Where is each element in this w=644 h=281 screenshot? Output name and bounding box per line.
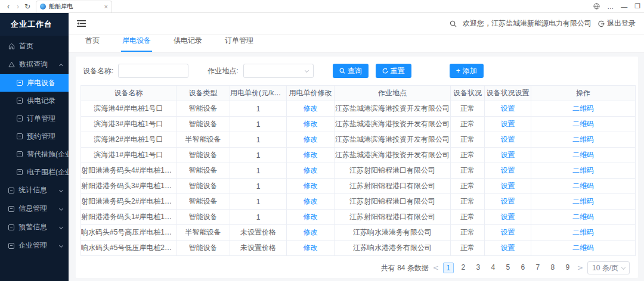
welcome-text: 欢迎您，江苏盐城港新能源电力有限公司 [463,18,592,29]
qr-code-link[interactable]: 二维码 [572,151,594,159]
enterprise-icon [8,243,14,249]
reset-button[interactable]: 重置 [376,64,411,78]
status-setting-link[interactable]: 设置 [501,151,515,159]
cell-device-name: 射阳港港务码头3#岸电桩1号口 [81,179,177,194]
sidebar-group-information[interactable]: 信息管理 [0,199,69,218]
reset-button-label: 重置 [391,66,405,76]
modify-price-link[interactable]: 修改 [304,104,318,113]
modify-price-link[interactable]: 修改 [304,135,318,143]
pagination-page-7[interactable]: 7 [532,263,543,273]
pagination-page-3[interactable]: 3 [473,263,484,273]
sidebar-item-order-management[interactable]: 订单管理 [0,110,69,127]
status-setting-link[interactable]: 设置 [501,228,515,236]
pagination-page-8[interactable]: 8 [547,263,558,273]
qr-code-link[interactable]: 二维码 [572,243,594,252]
sidebar-group-label: 统计信息 [18,185,47,195]
cell-status: 正常 [451,163,485,179]
logout-button[interactable]: 退出登录 [597,18,636,29]
sidebar-group-data-query[interactable]: 数据查询 [0,55,69,74]
col-price-modify: 用电单价修改 [287,86,335,101]
qr-code-link[interactable]: 二维码 [572,166,594,174]
pagination-page-5[interactable]: 5 [503,263,513,273]
modify-price-link[interactable]: 修改 [304,151,318,159]
cell-device-type: 半智能设备 [177,225,230,241]
cell-location: 江苏盐城港滨海港投资开发有限公司 [335,148,451,163]
status-setting-link[interactable]: 设置 [501,135,515,143]
qr-code-link[interactable]: 二维码 [572,213,594,221]
globe-icon[interactable] [593,3,600,10]
browser-back-icon[interactable]: ‹ [4,2,13,11]
status-setting-link[interactable]: 设置 [501,182,515,190]
window-restore-icon[interactable]: ❐ [634,2,640,10]
sidebar-collapse-icon[interactable] [77,20,86,27]
modify-price-link[interactable]: 修改 [304,243,318,252]
browser-more-icon[interactable]: … [607,3,614,10]
cell-device-name: 响水码头#5号高压岸电桩1号口 [81,225,177,241]
page-size-select[interactable]: 10 条/页 [587,261,630,274]
tab-close-icon[interactable]: × [104,3,108,10]
tab-power-supply-records[interactable]: 供电记录 [172,36,203,52]
status-setting-link[interactable]: 设置 [501,197,515,205]
pagination-page-6[interactable]: 6 [518,263,528,273]
status-setting-link[interactable]: 设置 [501,104,515,113]
modify-price-link[interactable]: 修改 [304,120,318,128]
table-row: 滨海港4#岸电桩1号口 智能设备 1 修改 江苏盐城港滨海港投资开发有限公司 正… [81,101,636,117]
modify-price-link[interactable]: 修改 [304,213,318,221]
qr-code-link[interactable]: 二维码 [572,135,594,143]
sidebar-item-home[interactable]: 首页 [0,37,69,55]
pagination-page-1[interactable]: 1 [443,263,454,273]
add-button[interactable]: + 添加 [450,64,484,78]
cell-device-type: 半智能设备 [177,132,230,148]
status-setting-link[interactable]: 设置 [501,120,515,128]
modify-price-link[interactable]: 修改 [304,166,318,174]
window-minimize-icon[interactable]: — [621,3,627,10]
pagination-prev-icon[interactable]: < [433,264,439,272]
browser-forward-icon[interactable]: › [13,2,23,11]
modify-price-link[interactable]: 修改 [304,182,318,190]
statistics-icon [8,188,14,193]
tab-home[interactable]: 首页 [84,36,101,52]
sidebar-group-enterprise[interactable]: 企业管理 [0,236,69,255]
qr-code-link[interactable]: 二维码 [572,120,594,128]
pagination-next-icon[interactable]: > [577,264,583,272]
pagination-page-2[interactable]: 2 [458,263,469,273]
sidebar-group-statistics[interactable]: 统计信息 [0,181,69,199]
browser-refresh-icon[interactable]: ↻ [23,2,32,11]
warning-icon [8,224,14,230]
qr-code-link[interactable]: 二维码 [572,228,594,236]
qr-code-link[interactable]: 二维码 [572,197,594,205]
status-setting-link[interactable]: 设置 [501,243,515,252]
sidebar-item-electronic-fence[interactable]: 电子围栏(企业) [0,163,69,181]
cell-unit-price: 1 [230,194,287,210]
sidebar-item-shore-power-device[interactable]: 岸电设备 [0,74,69,92]
sidebar-item-alternative-measures[interactable]: 替代措施(企业) [0,145,69,163]
tab-shore-power-device[interactable]: 岸电设备 [121,36,152,52]
records-icon [17,98,23,104]
location-label: 作业地点: [208,66,238,76]
cell-status: 正常 [451,179,485,194]
sidebar-group-warning[interactable]: 预警信息 [0,218,69,236]
sidebar-item-power-supply-records[interactable]: 供电记录 [0,92,69,110]
chevron-down-icon [60,186,63,195]
pagination-page-4[interactable]: 4 [488,263,499,273]
sidebar-item-reservation-management[interactable]: 预约管理 [0,127,69,145]
status-setting-link[interactable]: 设置 [501,213,515,221]
modify-price-link[interactable]: 修改 [304,228,318,236]
qr-code-link[interactable]: 二维码 [572,104,594,113]
device-name-input[interactable] [118,64,188,78]
location-select[interactable] [243,64,314,78]
cell-device-type: 智能设备 [177,210,230,225]
col-status-setting: 设备状况设置 [485,86,531,101]
tab-order-management[interactable]: 订单管理 [224,36,255,52]
qr-code-link[interactable]: 二维码 [572,182,594,190]
table-row: 射阳港港务码头2#岸电桩1号口 智能设备 1 修改 江苏射阳锦程港口有限公司 正… [81,194,636,210]
status-setting-link[interactable]: 设置 [501,166,515,174]
browser-tab[interactable]: 船舶岸电 × [36,1,112,13]
orders-icon [17,115,23,121]
search-button[interactable]: 查询 [333,64,369,78]
cell-location: 江苏响水港港务有限公司 [335,225,451,241]
sidebar-menu: 首页 数据查询 岸电设备 供电记录 订单管理 预约管理 [0,36,69,281]
search-icon[interactable] [450,20,457,27]
modify-price-link[interactable]: 修改 [304,197,318,205]
pagination-page-9[interactable]: 9 [562,263,573,273]
